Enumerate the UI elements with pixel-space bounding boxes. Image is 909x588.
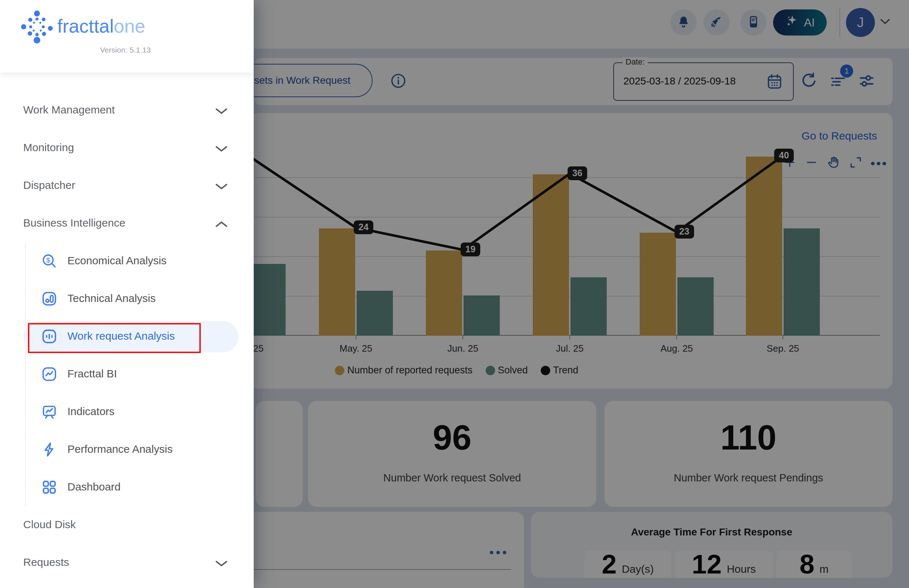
bar-chart-square-icon xyxy=(40,290,58,309)
sidebar-item-requests[interactable]: Requests xyxy=(23,556,69,569)
lightning-icon xyxy=(40,441,58,460)
fracttal-logo-icon xyxy=(20,10,54,45)
grid-icon xyxy=(40,478,58,498)
chevron-down-icon[interactable] xyxy=(213,559,230,569)
submenu-indent-line xyxy=(25,244,26,506)
trend-square-icon xyxy=(40,365,58,384)
presentation-chart-icon xyxy=(40,403,58,422)
sidebar-item-dashboard[interactable]: Dashboard xyxy=(68,481,121,493)
app-root: AI J sets in Work Request Date: 2025-03-… xyxy=(0,0,909,588)
chevron-down-icon[interactable] xyxy=(213,182,230,192)
dollar-search-icon: $ xyxy=(40,252,58,271)
sidebar-item-cloud-disk[interactable]: Cloud Disk xyxy=(23,519,76,531)
chevron-down-icon[interactable] xyxy=(213,144,230,154)
sidebar-item-business-intelligence[interactable]: Business Intelligence xyxy=(23,217,125,229)
chevron-up-icon[interactable] xyxy=(213,220,230,230)
sidebar-item-economical-analysis[interactable]: Economical Analysis xyxy=(68,255,166,267)
svg-text:$: $ xyxy=(47,256,50,264)
sidebar-item-fracttal-bi[interactable]: Fracttal BI xyxy=(68,368,117,380)
sidebar-logo-section: fracttalone Version: 5.1.13 xyxy=(0,0,254,73)
sidebar-item-work-management[interactable]: Work Management xyxy=(23,104,115,116)
sidebar-item-monitoring[interactable]: Monitoring xyxy=(23,141,74,154)
sidebar-item-technical-analysis[interactable]: Technical Analysis xyxy=(68,292,155,305)
version-label: Version: 5.1.13 xyxy=(54,46,151,54)
sidebar-item-dispatcher[interactable]: Dispatcher xyxy=(23,179,75,191)
sidebar-item-performance-analysis[interactable]: Performance Analysis xyxy=(68,443,173,456)
sidebar-item-indicators[interactable]: Indicators xyxy=(68,405,115,418)
annotation-red-box xyxy=(28,323,201,353)
fracttal-logo-text: fracttalone xyxy=(57,15,145,37)
sidebar: fracttalone Version: 5.1.13 Work Managem… xyxy=(0,0,254,588)
chevron-down-icon[interactable] xyxy=(213,107,230,117)
